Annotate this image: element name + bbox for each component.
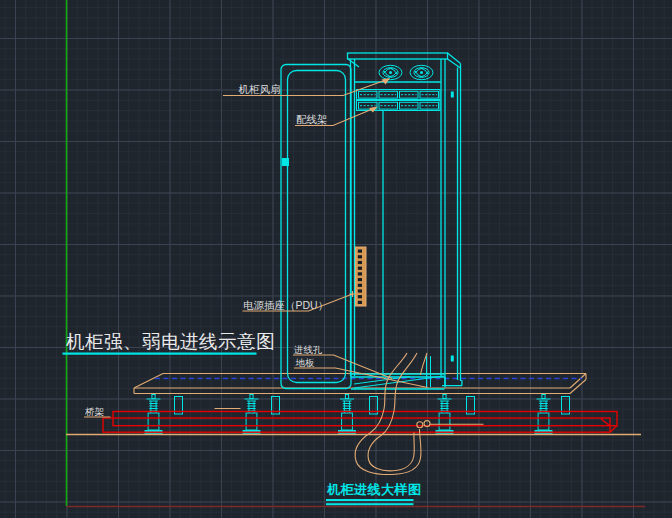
title-underline [326,499,414,501]
pedestal-jack [535,395,553,434]
annotations: 机柜风扇 配线架 电源插座（PDU） 进线孔 地板 桥架 机柜强、弱电进线示意图 [63,78,428,505]
cabinet-top [348,53,461,82]
heading-underline [63,353,257,355]
fan-label: 机柜风扇 [239,83,281,95]
drawing-canvas[interactable]: 机柜风扇 配线架 电源插座（PDU） 进线孔 地板 桥架 机柜强、弱电进线示意图 [0,0,672,518]
entry-hole-label: 进线孔 [293,344,323,355]
floor-pedestals [145,395,553,434]
tray-label: 桥架 [84,406,105,417]
heading-text: 机柜强、弱电进线示意图 [66,331,275,352]
title-underline [326,503,414,505]
fan-callout: 机柜风扇 [223,78,390,96]
fan-icon [410,65,433,79]
pdu-callout: 电源插座（PDU） [243,291,356,311]
server-cabinet [281,53,462,389]
floor-label: 地板 [295,357,316,368]
cabinet-base [351,356,446,389]
raised-floor [66,374,641,435]
drawing-heading: 机柜强、弱电进线示意图 [63,331,276,355]
drawing-title: 机柜进线大样图 [326,482,422,505]
fan-icon [379,65,402,79]
door-handle [282,158,289,166]
side-handle [451,92,454,98]
pedestal-jack [145,395,163,434]
cable-tray [103,412,617,433]
title-text: 机柜进线大样图 [326,482,422,497]
pdu-strip [356,247,367,306]
patch-panel-row [357,90,441,100]
cad-drawing: 机柜风扇 配线架 电源插座（PDU） 进线孔 地板 桥架 机柜强、弱电进线示意图 [0,0,672,518]
pedestal-jack [436,395,454,434]
patch-panel-label: 配线架 [296,113,328,125]
patch-panel-row [357,101,441,111]
cable-end [417,422,423,428]
side-handle [451,356,454,362]
pedestal-jack [243,395,261,434]
pedestal-jack [338,395,356,434]
